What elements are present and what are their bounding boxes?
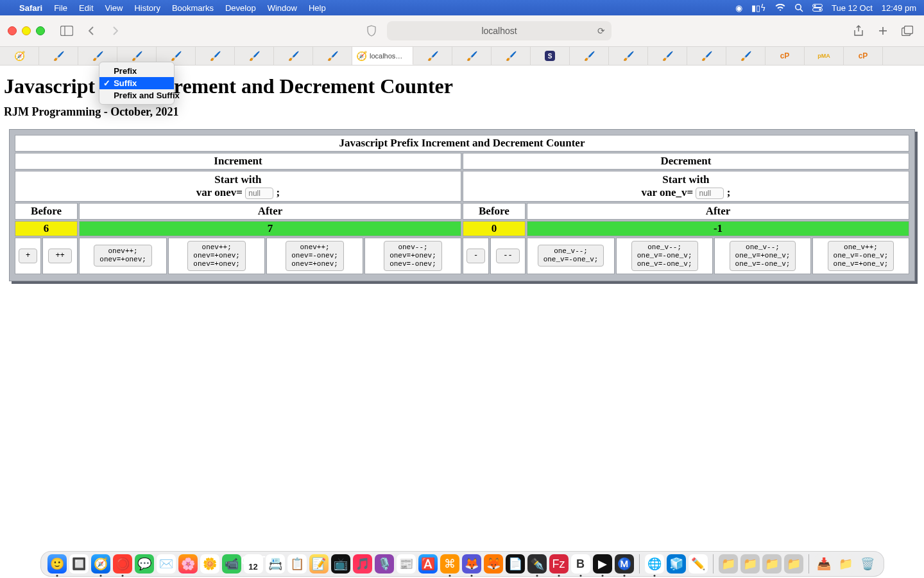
new-tab-icon[interactable] [874,22,892,40]
dock-news[interactable]: 📰 [397,554,416,574]
dock-calendar[interactable]: OCT12 [244,554,263,574]
dock-finder[interactable]: 🙂 [47,554,67,574]
dock-contacts[interactable]: 📇 [266,554,285,574]
dock-podcasts[interactable]: 🎙️ [375,554,394,574]
menu-develop[interactable]: Develop [225,3,256,13]
option-prefix-and-suffix[interactable]: Prefix and Suffix [99,89,174,101]
sidebar-toggle-icon[interactable] [58,22,76,40]
btn-plus[interactable]: + [19,249,37,263]
tab-15[interactable]: 🖌️ [570,47,609,65]
dock-textmate[interactable]: ✒️ [527,554,547,574]
tab-18[interactable]: 🖌️ [687,47,726,65]
dock-tv[interactable]: 📺 [331,554,350,574]
dock-messages[interactable]: 💬 [135,554,154,574]
zoom-window[interactable] [36,26,45,35]
close-window[interactable] [8,26,17,35]
minimize-window[interactable] [22,26,31,35]
control-center-icon[interactable] [812,4,823,12]
tab-12[interactable]: 🖌️ [452,47,492,65]
tab-8[interactable]: 🖌️ [274,47,313,65]
tab-1[interactable]: 🧭 [0,47,39,65]
dock-folder[interactable]: 📁 [836,554,855,574]
menu-history[interactable]: History [134,3,160,13]
dock-safari[interactable]: 🧭 [91,554,110,574]
btn-inc-2[interactable]: onev++; onev=+onev; onev=+onev; [187,241,246,271]
btn-inc-1[interactable]: onev++; onev=+onev; [94,245,152,267]
dock-reminders[interactable]: 📋 [287,554,307,574]
dock-recents-3[interactable]: 📁 [762,554,782,574]
dock-terminal[interactable]: ▶ [593,554,612,574]
battery-icon[interactable]: ▮▯ϟ [751,3,766,13]
btn-minusminus[interactable]: -- [496,249,519,263]
inc-start-input[interactable] [245,188,273,199]
tab-11[interactable]: 🖌️ [413,47,452,65]
app-name[interactable]: Safari [19,3,42,13]
tab-22[interactable]: cP [844,47,883,65]
dock-appstore[interactable]: 🅰️ [418,554,438,574]
menu-file[interactable]: File [54,3,67,13]
dock-mamp[interactable]: Ⓜ️ [615,554,634,574]
btn-dec-1[interactable]: one_v--; one_v=-one_v; [538,245,604,267]
dock-facetime[interactable]: 📹 [222,554,241,574]
tab-17[interactable]: 🖌️ [648,47,687,65]
dock-trash[interactable]: 🗑️ [858,554,877,574]
address-bar[interactable]: localhost ⟳ [387,21,612,40]
btn-dec-4[interactable]: one_v++; one_v=-one_v; one_v=+one_v; [828,241,894,271]
tab-6[interactable]: 🖌️ [196,47,235,65]
dock-iterm[interactable]: ⌘ [440,554,459,574]
dock-gimp[interactable]: 🦊 [462,554,481,574]
record-icon[interactable]: ◉ [735,3,742,13]
tab-20[interactable]: cP [766,47,805,65]
dock-recents-1[interactable]: 📁 [719,554,738,574]
dec-start-input[interactable] [696,188,724,199]
tab-2[interactable]: 🖌️ [39,47,78,65]
menu-edit[interactable]: Edit [79,3,93,13]
btn-minus[interactable]: - [466,249,485,263]
tab-7[interactable]: 🖌️ [235,47,274,65]
menu-window[interactable]: Window [268,3,297,13]
tabs-overview-icon[interactable] [898,22,916,40]
back-button[interactable] [82,22,100,40]
dock-sublime[interactable]: 📄 [506,554,525,574]
wifi-icon[interactable] [775,4,785,12]
spotlight-icon[interactable] [794,3,803,12]
btn-inc-3[interactable]: onev++; onev=-onev; onev=+onev; [286,241,344,271]
tab-21[interactable]: pMA [805,47,844,65]
dock-bbedit[interactable]: B [571,554,590,574]
dock-chrome[interactable]: 🌐 [645,554,664,574]
dock-notes[interactable]: 📝 [309,554,329,574]
btn-inc-4[interactable]: onev--; onev=+onev; onev=-onev; [384,241,442,271]
dock-photos[interactable]: 🌸 [178,554,198,574]
menu-date[interactable]: Tue 12 Oct [832,3,873,13]
dock-opera[interactable]: ⭕ [113,554,132,574]
dock-filezilla[interactable]: Fz [549,554,569,574]
dock-firefox[interactable]: 🦊 [484,554,503,574]
btn-dec-2[interactable]: one_v--; one_v=-one_v; one_v=-one_v; [631,241,698,271]
tab-14[interactable]: S [531,47,570,65]
option-prefix[interactable]: Prefix [99,65,174,77]
tab-19[interactable]: 🖌️ [726,47,766,65]
tab-active[interactable]: 🧭localhos… [352,47,413,65]
dock-downloads[interactable]: 📥 [814,554,834,574]
btn-dec-3[interactable]: one_v--; one_v=+one_v; one_v=-one_v; [730,241,796,271]
dock-launchpad[interactable]: 🔲 [69,554,89,574]
menu-time[interactable]: 12:49 pm [882,3,916,13]
tab-13[interactable]: 🖌️ [492,47,531,65]
tab-16[interactable]: 🖌️ [609,47,648,65]
forward-button[interactable] [107,22,124,40]
menu-bookmarks[interactable]: Bookmarks [172,3,214,13]
shield-icon[interactable] [363,22,381,40]
dock-edge[interactable]: 🧊 [667,554,686,574]
dock-mail[interactable]: ✉️ [157,554,176,574]
menu-view[interactable]: View [105,3,123,13]
reload-icon[interactable]: ⟳ [597,26,605,36]
dock-music[interactable]: 🎵 [353,554,372,574]
menu-help[interactable]: Help [309,3,326,13]
dock-recents-2[interactable]: 📁 [740,554,760,574]
btn-plusplus[interactable]: ++ [48,249,71,263]
tab-9[interactable]: 🖌️ [313,47,352,65]
option-suffix[interactable]: Suffix [99,77,174,89]
share-icon[interactable] [850,22,868,40]
dock-recents-4[interactable]: 📁 [784,554,803,574]
dock-pen[interactable]: ✏️ [689,554,708,574]
